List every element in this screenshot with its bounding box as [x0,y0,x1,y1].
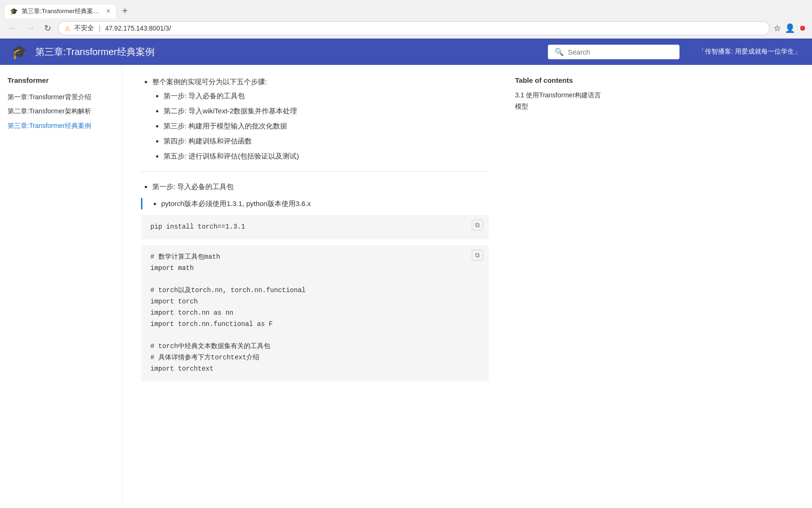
code-line-blank-1 [150,274,479,285]
header-slogan: 「传智播客: 用爱成就每一位学生」 [698,48,801,56]
intro-item: 整个案例的实现可分为以下五个步骤: 第一步: 导入必备的工具包 第二步: 导入w… [152,76,489,162]
forward-button[interactable]: → [23,23,38,34]
address-bar-row: ← → ↻ ⚠ 不安全 | 47.92.175.143:8001/3/ ☆ 👤 … [0,18,812,38]
toc-title: Table of contents [515,76,603,84]
code-block-imports: ⧉ # 数学计算工具包math import math # torch以及tor… [141,245,489,381]
app-header: 🎓 第三章:Transformer经典案例 🔍 「传智播客: 用爱成就每一位学生… [0,39,812,65]
app-logo: 🎓 [11,44,28,60]
browser-chrome: 🎓 第三章:Transformer经典案例 - × + ← → ↻ ⚠ 不安全 … [0,0,812,39]
new-tab-button[interactable]: + [118,4,132,18]
sidebar-item-chapter2[interactable]: 第二章:Transformer架构解析 [8,104,114,118]
address-prefix: 不安全 [74,24,94,32]
step-4: 第四步: 构建训练和评估函数 [164,135,489,147]
code-line-4: import torch [150,296,479,308]
blockquote-list: pytorch版本必须使用1.3.1, python版本使用3.6.x [150,198,489,209]
active-tab[interactable]: 🎓 第三章:Transformer经典案例 - × [4,4,117,18]
section-divider [141,171,489,172]
code-line-3: # torch以及torch.nn, torch.nn.functional [150,285,479,296]
security-icon: ⚠ [65,25,70,32]
step-2: 第二步: 导入wikiText-2数据集并作基本处理 [164,105,489,117]
intro-list: 整个案例的实现可分为以下五个步骤: 第一步: 导入必备的工具包 第二步: 导入w… [141,76,489,162]
refresh-button[interactable]: ↻ [41,22,54,34]
app-title: 第三章:Transformer经典案例 [35,46,540,58]
record-button[interactable]: ⏺ [799,24,806,32]
code-line-blank-2 [150,330,479,341]
code-line-1: # 数学计算工具包math [150,252,479,263]
search-icon: 🔍 [554,48,564,56]
tab-title: 第三章:Transformer经典案例 - [22,7,102,16]
code-line-6: import torch.nn.functional as F [150,319,479,330]
page-layout: Transformer 第一章:Transformer背景介绍 第二章:Tran… [0,65,812,508]
code-line-2: import math [150,263,479,274]
sidebar-item-chapter1[interactable]: 第一章:Transformer背景介绍 [8,90,114,104]
toc-item-3-1[interactable]: 3.1 使用Transformer构建语言模型 [515,91,601,110]
sidebar: Transformer 第一章:Transformer背景介绍 第二章:Tran… [0,65,122,508]
copy-button-pip[interactable]: ⧉ [472,220,483,230]
code-text-pip: pip install torch==1.3.1 [150,223,245,230]
code-line-7: # torch中经典文本数据集有关的工具包 [150,341,479,352]
address-bar[interactable]: ⚠ 不安全 | 47.92.175.143:8001/3/ [58,21,770,35]
code-line-5: import torch.nn as nn [150,308,479,319]
table-of-contents: Table of contents 3.1 使用Transformer构建语言模… [508,65,611,508]
section-title-item: 第一步: 导入必备的工具包 [152,181,489,192]
blockquote: pytorch版本必须使用1.3.1, python版本使用3.6.x [141,198,489,209]
close-tab-button[interactable]: × [106,8,110,15]
address-separator: | [99,24,101,32]
search-input[interactable] [568,48,673,56]
code-block-pip: pip install torch==1.3.1 ⧉ [141,215,489,239]
steps-list: 第一步: 导入必备的工具包 第二步: 导入wikiText-2数据集并作基本处理… [152,90,489,162]
section-header-list: 第一步: 导入必备的工具包 [141,181,489,192]
user-button[interactable]: 👤 [785,23,795,33]
code-line-8: # 具体详情参考下方torchtext介绍 [150,352,479,364]
bookmark-button[interactable]: ☆ [773,23,781,33]
sidebar-item-chapter3[interactable]: 第三章:Transformer经典案例 [8,119,114,133]
toolbar-right: ☆ 👤 ⏺ [773,23,806,33]
code-line-9: import torchtext [150,364,479,375]
search-box[interactable]: 🔍 [548,45,679,59]
blockquote-text: pytorch版本必须使用1.3.1, python版本使用3.6.x [161,198,489,209]
tab-bar: 🎓 第三章:Transformer经典案例 - × + [0,0,812,18]
tab-favicon: 🎓 [10,8,18,15]
step-1: 第一步: 导入必备的工具包 [164,90,489,102]
address-url: 47.92.175.143:8001/3/ [105,24,171,32]
sidebar-title: Transformer [8,76,114,84]
step-3: 第三步: 构建用于模型输入的批次化数据 [164,120,489,132]
back-button[interactable]: ← [6,23,20,34]
step-5: 第五步: 进行训练和评估(包括验证以及测试) [164,151,489,162]
main-content: 整个案例的实现可分为以下五个步骤: 第一步: 导入必备的工具包 第二步: 导入w… [122,65,508,508]
copy-button-imports[interactable]: ⧉ [472,250,483,261]
